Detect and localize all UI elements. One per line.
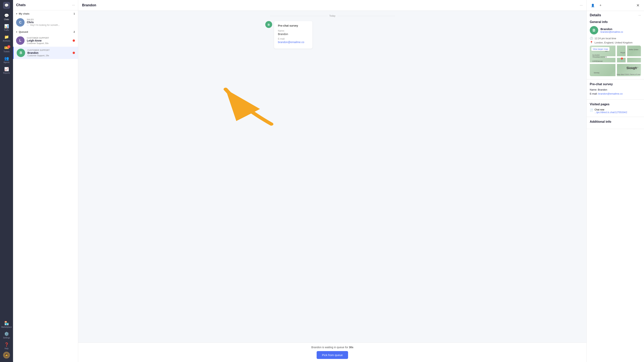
leigh-anne-preview: Customer Support, 50s bbox=[27, 42, 71, 44]
visited-pages-section: Visited pages 📄 Chat now ...tps://direct… bbox=[587, 100, 644, 117]
plus-icon: + bbox=[600, 3, 602, 7]
chris-preview: ··· Hey! I'm looking for someth... bbox=[27, 24, 75, 26]
queued-title: Queued bbox=[19, 30, 74, 33]
logo-icon: 💬 bbox=[4, 3, 8, 7]
survey-card-title: Pre-chat survey bbox=[278, 24, 308, 27]
survey-name-value: Brandon bbox=[278, 32, 308, 36]
message-row-survey: B Pre-chat survey Name: Brandon E-mail: … bbox=[265, 21, 400, 49]
chats-icon: 💬 bbox=[4, 13, 9, 18]
leigh-anne-info: CUSTOMER SUPPORT Leigh-Anne Customer Sup… bbox=[27, 37, 71, 44]
help-label: Help bbox=[4, 348, 8, 350]
general-info-section: General info B Brandon brandon@emailme.c… bbox=[587, 17, 644, 79]
survey-card: Pre-chat survey Name: Brandon E-mail: br… bbox=[274, 21, 312, 49]
left-nav: 💬 💬 Chats 📊 Traffic 📁 Archives 1 🎫 Ticke… bbox=[0, 0, 13, 362]
traffic-icon: 📊 bbox=[4, 24, 9, 28]
sidebar-item-agents[interactable]: 👥 Agents bbox=[2, 55, 12, 65]
archives-icon: 📁 bbox=[4, 35, 9, 39]
sidebar-item-reports[interactable]: 📈 Reports bbox=[2, 65, 12, 75]
brandon-status-dot bbox=[73, 52, 75, 54]
gi-location-value: London, England, United Kingdom bbox=[594, 41, 632, 44]
brandon-message-avatar: B bbox=[265, 21, 272, 28]
my-chats-section-header[interactable]: ▾ My chats 1 bbox=[13, 10, 78, 16]
chat-messages: Today B Pre-chat survey Name: Brandon E-… bbox=[78, 11, 586, 343]
general-info-title: General info bbox=[590, 20, 641, 24]
sidebar-item-tickets[interactable]: 1 🎫 Tickets bbox=[2, 44, 12, 54]
map-label-cippenham: CIPPENHAM bbox=[592, 60, 602, 62]
add-button[interactable]: + bbox=[598, 2, 604, 8]
chat-item-brandon[interactable]: B CUSTOMER SUPPORT Brandon Customer Supp… bbox=[13, 47, 78, 59]
details-title: Details bbox=[590, 13, 601, 17]
visited-page-name: Chat now bbox=[594, 108, 627, 111]
details-header: Details ··· bbox=[587, 11, 644, 17]
survey-name-row: Name: Brandon bbox=[590, 88, 641, 91]
map-label-royal: Royal bbox=[620, 52, 625, 54]
avatar-icon: 🧔 bbox=[4, 353, 8, 357]
close-icon: ✕ bbox=[636, 3, 640, 8]
chris-info: SALES Chris ··· Hey! I'm looking for som… bbox=[27, 18, 75, 26]
right-panel-actions: 👤 + bbox=[590, 2, 604, 8]
sidebar-item-archives[interactable]: 📁 Archives bbox=[2, 33, 12, 43]
survey-name-label-rp: Name: bbox=[590, 88, 597, 91]
chat-header: Brandon ··· bbox=[78, 0, 586, 11]
marketplace-icon: 🏪 bbox=[4, 321, 9, 326]
survey-email-row: E-mail: brandon@emailme.co bbox=[590, 92, 641, 95]
chat-item-chris[interactable]: C SALES Chris ··· Hey! I'm looking for s… bbox=[13, 16, 78, 28]
survey-email-label-rp: E-mail: bbox=[590, 92, 598, 95]
panel-title: Chats bbox=[16, 3, 26, 7]
close-panel-button[interactable]: ✕ bbox=[635, 2, 641, 8]
brandon-name: Brandon bbox=[28, 51, 71, 54]
survey-email-value-rp: brandon@emailme.co bbox=[598, 92, 622, 95]
date-label: Today bbox=[329, 14, 336, 17]
brandon-info: CUSTOMER SUPPORT Brandon Customer Suppor… bbox=[28, 49, 71, 57]
sidebar-item-traffic[interactable]: 📊 Traffic bbox=[2, 22, 12, 32]
sidebar-item-chats[interactable]: 💬 Chats bbox=[2, 12, 12, 22]
visited-item: 📄 Chat now ...tps://direct.lc.chat/12755… bbox=[590, 108, 641, 114]
archives-label: Archives bbox=[3, 40, 10, 42]
view-larger-map-button[interactable]: View larger map bbox=[591, 47, 610, 51]
chat-header-menu-button[interactable]: ··· bbox=[580, 3, 583, 7]
chat-item-leigh-anne[interactable]: L CUSTOMER SUPPORT Leigh-Anne Customer S… bbox=[13, 34, 78, 47]
clock-icon: 🕐 bbox=[590, 37, 593, 40]
details-menu-button[interactable]: ··· bbox=[638, 13, 641, 17]
visited-pages-title: Visited pages bbox=[590, 103, 641, 106]
leigh-anne-category: CUSTOMER SUPPORT bbox=[27, 37, 71, 39]
visited-page-link[interactable]: ...tps://direct.lc.chat/12755334/2 bbox=[594, 111, 627, 114]
additional-info-title: Additional info bbox=[590, 120, 641, 124]
user-avatar[interactable]: 🧔 bbox=[3, 352, 10, 359]
panel-menu-button[interactable]: ··· bbox=[72, 3, 75, 7]
survey-email-label: E-mail: bbox=[278, 37, 308, 40]
map-pin: 📍 bbox=[620, 57, 624, 62]
survey-name-label: Name: bbox=[278, 29, 308, 32]
sidebar-item-marketplace[interactable]: 🏪 Marketplace bbox=[2, 320, 12, 330]
gi-time-value: 12:24 pm local time bbox=[594, 37, 616, 40]
right-panel-header: 👤 + ✕ bbox=[587, 0, 644, 11]
waiting-time: 30s bbox=[349, 346, 353, 349]
chris-avatar: C bbox=[16, 18, 24, 27]
reports-label: Reports bbox=[3, 72, 10, 74]
additional-info-section: Additional info bbox=[587, 117, 644, 129]
waiting-text: Brandon is waiting in queue for 30s bbox=[311, 346, 353, 349]
map-credit: Map data ©2021 Terms of Use bbox=[617, 73, 640, 75]
my-chats-chevron-icon: ▾ bbox=[16, 12, 17, 15]
pick-from-queue-button[interactable]: Pick from queue bbox=[317, 351, 348, 359]
right-panel: 👤 + ✕ Details ··· General info B Brandon… bbox=[586, 0, 644, 362]
location-icon: 📍 bbox=[590, 41, 593, 44]
sidebar-item-settings[interactable]: ⚙️ Settings bbox=[2, 330, 12, 340]
queued-count: 2 bbox=[74, 30, 75, 33]
typing-dots-icon: ··· bbox=[27, 24, 29, 26]
gi-user-details: Brandon brandon@emailme.co bbox=[600, 27, 623, 33]
queued-section-header[interactable]: ▾ Queued 2 bbox=[13, 28, 78, 34]
brandon-avatar: B bbox=[17, 49, 25, 57]
date-divider: Today bbox=[329, 14, 336, 17]
map-container: Royal Stoke Green SLOUGHTRADING ESTATE C… bbox=[590, 45, 641, 76]
gi-local-time: 🕐 12:24 pm local time bbox=[590, 37, 641, 40]
add-person-button[interactable]: 👤 bbox=[590, 2, 596, 8]
survey-email-value: brandon@emailme.co bbox=[278, 41, 308, 44]
map-label-slough-trading: SLOUGHTRADING ESTATE bbox=[592, 54, 607, 58]
chris-category: SALES bbox=[27, 18, 75, 21]
gi-name: Brandon bbox=[600, 27, 623, 31]
map-label-chalvey: CHALVEY bbox=[630, 67, 638, 69]
help-icon: ❓ bbox=[4, 342, 9, 347]
traffic-label: Traffic bbox=[4, 29, 9, 31]
sidebar-item-help[interactable]: ❓ Help bbox=[2, 341, 12, 351]
